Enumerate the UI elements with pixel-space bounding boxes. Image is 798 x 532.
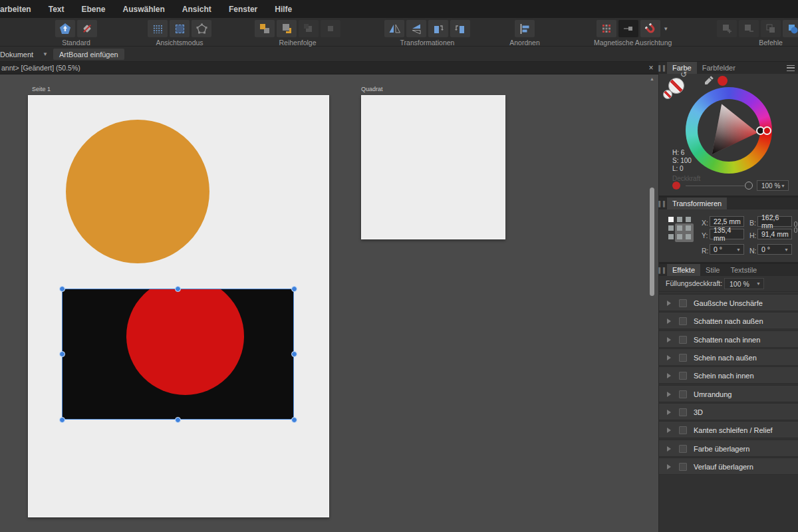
height-field[interactable]: 91,4 mm <box>757 229 792 239</box>
move-backward-button[interactable] <box>299 20 319 37</box>
effect-row-outer-glow[interactable]: Schein nach außen <box>659 348 798 366</box>
magnet-dropdown-caret[interactable]: ▼ <box>662 20 669 37</box>
expand-triangle-icon[interactable] <box>667 446 671 452</box>
panel-grip-icon[interactable]: ▌▌ <box>659 198 667 209</box>
snap-grid-button[interactable] <box>597 20 616 37</box>
anchor-point-selector[interactable] <box>668 217 695 243</box>
vertical-scrollbar[interactable]: ▲ <box>648 74 656 532</box>
expand-triangle-icon[interactable] <box>667 301 671 306</box>
effect-checkbox[interactable] <box>679 317 687 325</box>
effect-checkbox[interactable] <box>679 354 687 362</box>
artboard-quadrat[interactable] <box>361 95 505 239</box>
opacity-value-dropdown[interactable]: 100 % ▼ <box>757 180 789 191</box>
swap-fill-stroke-icon[interactable]: ↺ <box>680 70 687 79</box>
effect-checkbox[interactable] <box>679 445 687 453</box>
effect-row-inner-shadow[interactable]: Schatten nach innen <box>659 331 798 348</box>
expand-triangle-icon[interactable] <box>667 410 671 415</box>
effect-checkbox[interactable] <box>679 372 687 380</box>
flip-horizontal-button[interactable] <box>384 20 404 37</box>
effect-checkbox[interactable] <box>679 336 687 344</box>
magnet-button[interactable] <box>640 20 660 37</box>
width-field[interactable]: 162,6 mm <box>757 216 792 227</box>
menu-item-ebene[interactable]: Ebene <box>81 5 105 14</box>
tab-stile[interactable]: Stile <box>700 264 725 276</box>
effect-row-gradient-overlay[interactable]: Verlauf überlagern <box>659 458 798 475</box>
wheel-selector-hue[interactable] <box>763 126 771 135</box>
align-button[interactable] <box>515 20 535 37</box>
outline-view-button[interactable] <box>192 20 211 37</box>
y-field[interactable]: 135,4 mm <box>710 229 744 239</box>
clip-canvas-button[interactable] <box>170 20 190 37</box>
rotation-field[interactable]: 0 °▼ <box>710 244 744 255</box>
selection-handle-middle-right[interactable] <box>291 351 297 357</box>
move-forward-button[interactable] <box>277 20 297 37</box>
effect-row-bevel-emboss[interactable]: Kanten schleifen / Relief <box>659 421 798 438</box>
snap-candidates-button[interactable] <box>618 20 638 37</box>
effect-row-outline[interactable]: Umrandung <box>659 385 798 402</box>
flip-vertical-button[interactable] <box>406 20 426 37</box>
eyedropper-icon[interactable] <box>704 75 714 88</box>
effect-checkbox[interactable] <box>679 463 687 471</box>
tab-transformieren[interactable]: Transformieren <box>667 198 727 209</box>
effect-row-gaussian-blur[interactable]: Gaußsche Unschärfe <box>659 294 798 311</box>
geometry-subtract-button[interactable] <box>739 20 759 37</box>
shear-field[interactable]: 0 °▼ <box>757 244 792 255</box>
expand-triangle-icon[interactable] <box>667 319 671 324</box>
stroke-none-swatch[interactable] <box>663 90 672 99</box>
panel-menu-icon[interactable] <box>787 65 795 71</box>
selection-handle-bottom-right[interactable] <box>291 417 297 423</box>
current-color-swatch[interactable] <box>718 76 728 86</box>
scrollbar-thumb[interactable] <box>650 188 654 296</box>
expand-triangle-icon[interactable] <box>667 392 671 397</box>
bring-to-front-button[interactable] <box>255 20 275 37</box>
orange-circle-shape[interactable] <box>66 120 209 263</box>
menu-item-bearbeiten[interactable]: arbeiten <box>0 5 31 14</box>
rotate-cw-button[interactable] <box>450 20 470 37</box>
selection-handle-top-left[interactable] <box>59 286 65 292</box>
fill-opacity-dropdown[interactable]: 100 % ▼ <box>724 278 764 289</box>
expand-triangle-icon[interactable] <box>667 428 671 433</box>
effect-row-outer-shadow[interactable]: Schatten nach außen <box>659 312 798 329</box>
menu-item-ansicht[interactable]: Ansicht <box>182 5 211 14</box>
opacity-slider-track[interactable] <box>686 186 744 186</box>
effect-row-color-overlay[interactable]: Farbe überlagern <box>659 440 798 457</box>
x-field[interactable]: 22,5 mm <box>710 216 744 227</box>
panel-grip-icon[interactable]: ▌▌ <box>659 264 667 276</box>
pencil-slash-button[interactable] <box>77 20 97 37</box>
geometry-combine-button[interactable] <box>783 20 798 37</box>
menu-item-hilfe[interactable]: Hilfe <box>275 5 292 14</box>
geometry-add-button[interactable] <box>717 20 737 37</box>
menu-item-text[interactable]: Text <box>49 5 65 14</box>
selection-handle-top-right[interactable] <box>291 286 297 292</box>
expand-triangle-icon[interactable] <box>667 464 671 469</box>
expand-triangle-icon[interactable] <box>667 337 671 342</box>
standard-persona-button[interactable] <box>55 20 75 37</box>
link-dimensions-icon[interactable] <box>793 221 797 236</box>
pixel-view-button[interactable] <box>148 20 168 37</box>
effect-checkbox[interactable] <box>679 390 687 398</box>
panel-grip-icon[interactable]: ▌▌ <box>659 62 667 74</box>
artboard-seite1[interactable] <box>28 95 329 517</box>
effect-row-3d[interactable]: 3D <box>659 403 798 420</box>
geometry-intersect-button[interactable] <box>761 20 781 37</box>
document-tab-bar[interactable]: annt> [Geändert] (50.5%) × <box>0 62 658 74</box>
selection-handle-bottom-left[interactable] <box>59 417 65 423</box>
close-tab-icon[interactable]: × <box>646 63 656 73</box>
tab-effekte[interactable]: Effekte <box>667 264 700 276</box>
canvas-area[interactable]: Seite 1 Quadrat ▲ <box>0 74 658 532</box>
send-to-back-button[interactable] <box>321 20 340 37</box>
effect-row-inner-glow[interactable]: Schein nach innen <box>659 366 798 384</box>
effect-checkbox[interactable] <box>679 408 687 416</box>
red-circle-shape[interactable] <box>126 289 244 395</box>
expand-triangle-icon[interactable] <box>667 355 671 360</box>
menu-item-auswaehlen[interactable]: Auswählen <box>123 5 165 14</box>
effect-checkbox[interactable] <box>679 299 687 307</box>
tab-farbfelder[interactable]: Farbfelder <box>697 62 741 74</box>
selection-handle-top-center[interactable] <box>175 286 181 292</box>
insert-artboard-button[interactable]: ArtBoard einfügen <box>53 49 124 60</box>
menu-item-fenster[interactable]: Fenster <box>229 5 257 14</box>
expand-triangle-icon[interactable] <box>667 373 671 378</box>
document-dropdown[interactable]: Dokument ▼ <box>0 49 51 60</box>
rotate-ccw-button[interactable] <box>428 20 448 37</box>
opacity-slider-handle[interactable] <box>745 182 753 190</box>
